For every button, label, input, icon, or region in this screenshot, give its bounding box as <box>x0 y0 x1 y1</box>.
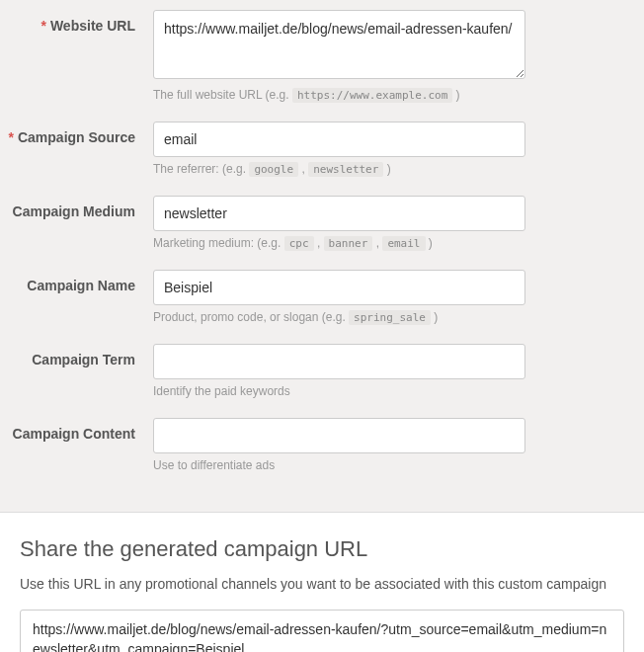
row-campaign-term: Campaign Term Identify the paid keywords <box>0 344 624 412</box>
campaign-term-input[interactable] <box>153 344 525 379</box>
row-campaign-name: Campaign Name Product, promo code, or sl… <box>0 270 624 338</box>
label-campaign-source: *Campaign Source <box>0 122 153 145</box>
share-section: Share the generated campaign URL Use thi… <box>0 512 644 652</box>
campaign-source-input[interactable] <box>153 122 525 157</box>
help-campaign-name: Product, promo code, or slogan (e.g. spr… <box>153 310 525 324</box>
help-website-url: The full website URL (e.g. https://www.e… <box>153 88 525 102</box>
campaign-content-input[interactable] <box>153 418 525 453</box>
help-campaign-content: Use to differentiate ads <box>153 458 525 472</box>
help-campaign-term: Identify the paid keywords <box>153 384 525 398</box>
required-asterisk: * <box>40 18 45 34</box>
share-title: Share the generated campaign URL <box>20 536 624 562</box>
label-campaign-content: Campaign Content <box>0 418 153 442</box>
generated-url-output[interactable]: https://www.mailjet.de/blog/news/email-a… <box>20 610 624 652</box>
campaign-name-input[interactable] <box>153 270 525 305</box>
campaign-medium-input[interactable] <box>153 196 525 231</box>
row-campaign-medium: Campaign Medium Marketing medium: (e.g. … <box>0 196 624 264</box>
website-url-input[interactable] <box>153 10 525 79</box>
required-asterisk: * <box>9 129 14 145</box>
label-campaign-medium: Campaign Medium <box>0 196 153 219</box>
help-campaign-source: The referrer: (e.g. google , newsletter … <box>153 162 525 176</box>
label-campaign-name: Campaign Name <box>0 270 153 293</box>
help-campaign-medium: Marketing medium: (e.g. cpc , banner , e… <box>153 236 525 250</box>
share-desc: Use this URL in any promotional channels… <box>20 576 624 592</box>
row-campaign-source: *Campaign Source The referrer: (e.g. goo… <box>0 122 624 190</box>
row-website-url: *Website URL The full website URL (e.g. … <box>0 10 624 116</box>
label-campaign-term: Campaign Term <box>0 344 153 367</box>
row-campaign-content: Campaign Content Use to differentiate ad… <box>0 418 624 486</box>
label-website-url: *Website URL <box>0 10 153 34</box>
